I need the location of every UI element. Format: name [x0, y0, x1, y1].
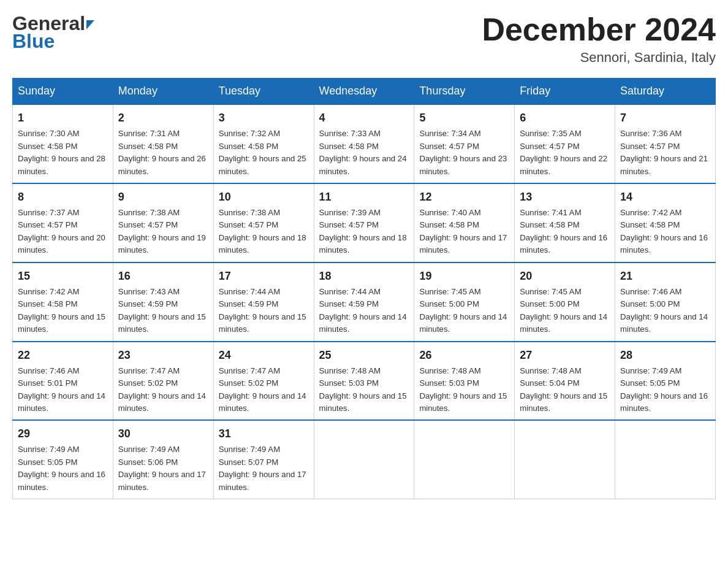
sun-info: Sunrise: 7:42 AMSunset: 4:58 PMDaylight:…	[620, 208, 708, 255]
calendar-cell: 11Sunrise: 7:39 AMSunset: 4:57 PMDayligh…	[314, 183, 414, 262]
calendar-cell: 20Sunrise: 7:45 AMSunset: 5:00 PMDayligh…	[515, 262, 615, 342]
day-number: 27	[520, 347, 610, 364]
sun-info: Sunrise: 7:37 AMSunset: 4:57 PMDaylight:…	[18, 208, 105, 255]
calendar-cell	[515, 420, 615, 499]
day-number: 1	[18, 110, 108, 126]
calendar-cell: 2Sunrise: 7:31 AMSunset: 4:58 PMDaylight…	[113, 104, 213, 183]
logo: General Blue	[12, 12, 94, 53]
sun-info: Sunrise: 7:48 AMSunset: 5:03 PMDaylight:…	[419, 366, 507, 413]
calendar-cell: 6Sunrise: 7:35 AMSunset: 4:57 PMDaylight…	[515, 104, 615, 183]
day-number: 11	[319, 189, 409, 205]
calendar-cell: 27Sunrise: 7:48 AMSunset: 5:04 PMDayligh…	[515, 342, 615, 421]
sun-info: Sunrise: 7:34 AMSunset: 4:57 PMDaylight:…	[419, 129, 507, 175]
sun-info: Sunrise: 7:38 AMSunset: 4:57 PMDaylight:…	[219, 208, 306, 255]
col-header-tuesday: Tuesday	[213, 79, 314, 105]
calendar-cell: 16Sunrise: 7:43 AMSunset: 4:59 PMDayligh…	[113, 262, 213, 342]
day-number: 31	[219, 426, 309, 442]
calendar-cell: 22Sunrise: 7:46 AMSunset: 5:01 PMDayligh…	[13, 342, 113, 421]
day-number: 12	[419, 189, 509, 205]
sun-info: Sunrise: 7:31 AMSunset: 4:58 PMDaylight:…	[118, 129, 206, 175]
day-number: 26	[419, 347, 509, 364]
day-number: 9	[118, 189, 208, 205]
sun-info: Sunrise: 7:47 AMSunset: 5:02 PMDaylight:…	[219, 366, 306, 413]
week-row-3: 15Sunrise: 7:42 AMSunset: 4:58 PMDayligh…	[13, 262, 716, 342]
calendar-cell: 7Sunrise: 7:36 AMSunset: 4:57 PMDaylight…	[615, 104, 716, 183]
sun-info: Sunrise: 7:39 AMSunset: 4:57 PMDaylight:…	[319, 208, 407, 255]
calendar-cell: 10Sunrise: 7:38 AMSunset: 4:57 PMDayligh…	[213, 183, 314, 262]
calendar-cell: 23Sunrise: 7:47 AMSunset: 5:02 PMDayligh…	[113, 342, 213, 421]
week-row-1: 1Sunrise: 7:30 AMSunset: 4:58 PMDaylight…	[13, 104, 716, 183]
sun-info: Sunrise: 7:46 AMSunset: 5:01 PMDaylight:…	[18, 366, 105, 413]
day-number: 28	[620, 347, 710, 364]
week-row-5: 29Sunrise: 7:49 AMSunset: 5:05 PMDayligh…	[13, 420, 716, 499]
calendar-cell: 12Sunrise: 7:40 AMSunset: 4:58 PMDayligh…	[414, 183, 515, 262]
sun-info: Sunrise: 7:49 AMSunset: 5:06 PMDaylight:…	[118, 445, 206, 491]
day-number: 4	[319, 110, 409, 126]
location: Sennori, Sardinia, Italy	[482, 50, 716, 66]
col-header-monday: Monday	[113, 79, 213, 105]
day-number: 13	[520, 189, 610, 205]
day-number: 6	[520, 110, 610, 126]
day-number: 17	[219, 268, 309, 285]
sun-info: Sunrise: 7:49 AMSunset: 5:05 PMDaylight:…	[18, 445, 105, 491]
day-number: 3	[219, 110, 309, 126]
calendar-cell: 18Sunrise: 7:44 AMSunset: 4:59 PMDayligh…	[314, 262, 414, 342]
week-row-2: 8Sunrise: 7:37 AMSunset: 4:57 PMDaylight…	[13, 183, 716, 262]
calendar-cell: 17Sunrise: 7:44 AMSunset: 4:59 PMDayligh…	[213, 262, 314, 342]
sun-info: Sunrise: 7:46 AMSunset: 5:00 PMDaylight:…	[620, 287, 708, 334]
day-number: 22	[18, 347, 108, 364]
sun-info: Sunrise: 7:38 AMSunset: 4:57 PMDaylight:…	[118, 208, 206, 255]
calendar-table: SundayMondayTuesdayWednesdayThursdayFrid…	[12, 78, 716, 499]
day-number: 23	[118, 347, 208, 364]
calendar-cell: 30Sunrise: 7:49 AMSunset: 5:06 PMDayligh…	[113, 420, 213, 499]
sun-info: Sunrise: 7:40 AMSunset: 4:58 PMDaylight:…	[419, 208, 507, 255]
sun-info: Sunrise: 7:47 AMSunset: 5:02 PMDaylight:…	[118, 366, 206, 413]
calendar-cell: 3Sunrise: 7:32 AMSunset: 4:58 PMDaylight…	[213, 104, 314, 183]
calendar-cell: 24Sunrise: 7:47 AMSunset: 5:02 PMDayligh…	[213, 342, 314, 421]
day-number: 19	[419, 268, 509, 285]
sun-info: Sunrise: 7:48 AMSunset: 5:03 PMDaylight:…	[319, 366, 407, 413]
week-row-4: 22Sunrise: 7:46 AMSunset: 5:01 PMDayligh…	[13, 342, 716, 421]
sun-info: Sunrise: 7:41 AMSunset: 4:58 PMDaylight:…	[520, 208, 607, 255]
calendar-cell	[314, 420, 414, 499]
day-number: 10	[219, 189, 309, 205]
header-row: SundayMondayTuesdayWednesdayThursdayFrid…	[13, 79, 716, 105]
day-number: 25	[319, 347, 409, 364]
day-number: 21	[620, 268, 710, 285]
day-number: 24	[219, 347, 309, 364]
title-block: December 2024 Sennori, Sardinia, Italy	[482, 12, 716, 66]
calendar-cell: 28Sunrise: 7:49 AMSunset: 5:05 PMDayligh…	[615, 342, 716, 421]
logo-blue: Blue	[12, 30, 55, 53]
sun-info: Sunrise: 7:49 AMSunset: 5:07 PMDaylight:…	[219, 445, 306, 491]
calendar-cell: 8Sunrise: 7:37 AMSunset: 4:57 PMDaylight…	[13, 183, 113, 262]
day-number: 29	[18, 426, 108, 442]
col-header-friday: Friday	[515, 79, 615, 105]
calendar-cell: 29Sunrise: 7:49 AMSunset: 5:05 PMDayligh…	[13, 420, 113, 499]
sun-info: Sunrise: 7:36 AMSunset: 4:57 PMDaylight:…	[620, 129, 708, 175]
sun-info: Sunrise: 7:42 AMSunset: 4:58 PMDaylight:…	[18, 287, 105, 334]
day-number: 20	[520, 268, 610, 285]
day-number: 16	[118, 268, 208, 285]
day-number: 5	[419, 110, 509, 126]
calendar-cell: 21Sunrise: 7:46 AMSunset: 5:00 PMDayligh…	[615, 262, 716, 342]
col-header-sunday: Sunday	[13, 79, 113, 105]
day-number: 18	[319, 268, 409, 285]
calendar-cell: 5Sunrise: 7:34 AMSunset: 4:57 PMDaylight…	[414, 104, 515, 183]
day-number: 2	[118, 110, 208, 126]
col-header-thursday: Thursday	[414, 79, 515, 105]
logo-triangle-icon	[86, 20, 94, 29]
calendar-cell: 15Sunrise: 7:42 AMSunset: 4:58 PMDayligh…	[13, 262, 113, 342]
col-header-saturday: Saturday	[615, 79, 716, 105]
day-number: 15	[18, 268, 108, 285]
calendar-cell: 31Sunrise: 7:49 AMSunset: 5:07 PMDayligh…	[213, 420, 314, 499]
sun-info: Sunrise: 7:44 AMSunset: 4:59 PMDaylight:…	[219, 287, 306, 334]
calendar-cell	[414, 420, 515, 499]
page-header: General Blue December 2024 Sennori, Sard…	[12, 12, 716, 66]
calendar-cell: 1Sunrise: 7:30 AMSunset: 4:58 PMDaylight…	[13, 104, 113, 183]
sun-info: Sunrise: 7:49 AMSunset: 5:05 PMDaylight:…	[620, 366, 708, 413]
sun-info: Sunrise: 7:44 AMSunset: 4:59 PMDaylight:…	[319, 287, 407, 334]
calendar-cell: 13Sunrise: 7:41 AMSunset: 4:58 PMDayligh…	[515, 183, 615, 262]
day-number: 30	[118, 426, 208, 442]
sun-info: Sunrise: 7:30 AMSunset: 4:58 PMDaylight:…	[18, 129, 105, 175]
calendar-cell: 26Sunrise: 7:48 AMSunset: 5:03 PMDayligh…	[414, 342, 515, 421]
